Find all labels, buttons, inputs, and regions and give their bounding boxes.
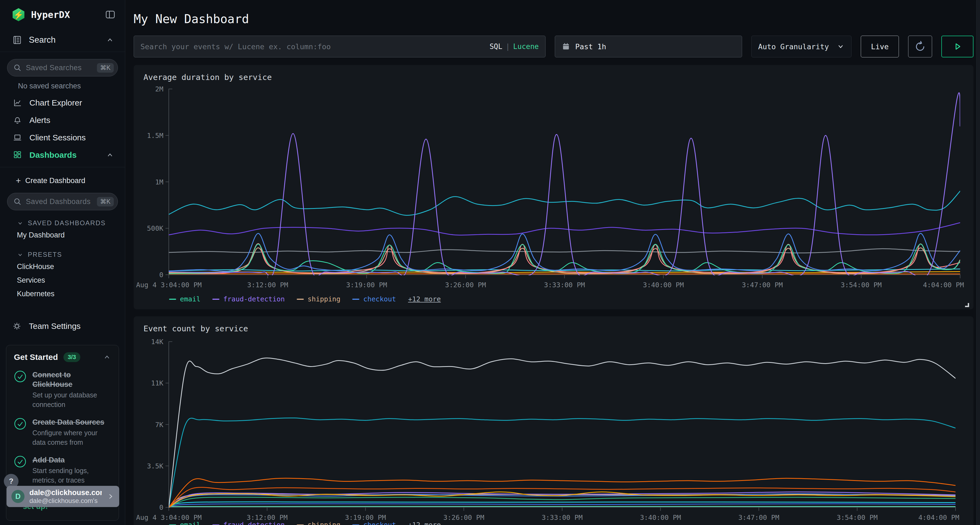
step-title: Add Data: [32, 455, 111, 465]
svg-text:3:26:00 PM: 3:26:00 PM: [443, 514, 484, 522]
lucene-mode-toggle[interactable]: Lucene: [513, 43, 539, 51]
sidebar-item-services[interactable]: Services: [0, 273, 125, 287]
sidebar-section-search[interactable]: Search: [0, 28, 125, 52]
legend-swatch-icon: [297, 299, 304, 300]
legend-item[interactable]: email: [169, 295, 200, 303]
get-started-step[interactable]: Add Data Start sending logs, metrics, or…: [14, 455, 111, 485]
legend-item[interactable]: checkout: [352, 521, 396, 525]
svg-text:3:12:00 PM: 3:12:00 PM: [247, 514, 288, 522]
chevron-up-icon: [106, 36, 114, 44]
event-search-placeholder: Search your events w/ Lucene ex. column:…: [140, 43, 485, 51]
sidebar-item-clickhouse[interactable]: ClickHouse: [0, 260, 125, 273]
sidebar-item-kubernetes[interactable]: Kubernetes: [0, 287, 125, 301]
svg-text:3:19:00 PM: 3:19:00 PM: [345, 514, 386, 522]
mode-divider: |: [502, 43, 513, 51]
time-range-value: Past 1h: [575, 43, 606, 51]
legend-item[interactable]: email: [169, 521, 200, 525]
svg-text:11K: 11K: [151, 379, 163, 387]
step-title: Create Data Sources: [32, 417, 111, 427]
search-section-label: Search: [29, 35, 99, 45]
get-started-progress-badge: 3/3: [64, 352, 81, 362]
dashboards-icon: [13, 150, 22, 160]
chart-panel-event-count[interactable]: 14K11K7K3.5K0Aug 4 3:04:00 PM3:12:00 PM3…: [134, 316, 974, 525]
svg-text:Aug 4 3:04:00 PM: Aug 4 3:04:00 PM: [136, 514, 202, 522]
sidebar-item-my-dashboard[interactable]: My Dashboard: [0, 228, 125, 242]
svg-text:3:54:00 PM: 3:54:00 PM: [837, 514, 878, 522]
granularity-value: Auto Granularity: [758, 43, 837, 51]
step-desc: Start sending logs, metrics, or traces: [32, 466, 111, 485]
chart-legend[interactable]: emailfraud-detectionshippingcheckout+12 …: [169, 295, 441, 303]
chart-panel-avg-duration[interactable]: 2M1.5M1M500K0Aug 4 3:04:00 PM3:12:00 PM3…: [134, 65, 974, 309]
user-menu[interactable]: D dale@clickhouse.com dale@clickhouse.co…: [6, 486, 119, 507]
play-icon: [952, 41, 963, 52]
resize-handle-icon[interactable]: [965, 303, 969, 307]
sql-mode-toggle[interactable]: SQL: [490, 43, 502, 51]
svg-text:3:26:00 PM: 3:26:00 PM: [445, 281, 486, 289]
step-title: Connect to ClickHouse: [32, 370, 111, 389]
gear-icon: [12, 321, 22, 331]
svg-text:3:40:00 PM: 3:40:00 PM: [643, 281, 684, 289]
sidebar-item-client-sessions[interactable]: Client Sessions: [0, 129, 125, 146]
legend-label: checkout: [363, 521, 396, 525]
get-started-step[interactable]: Connect to ClickHouse Set up your databa…: [14, 370, 111, 409]
brand-name: HyperDX: [31, 9, 99, 20]
saved-searches-input[interactable]: Saved Searches ⌘K: [7, 59, 118, 76]
hyperdx-logo-icon: ⚡: [12, 8, 25, 21]
laptop-icon: [13, 133, 22, 143]
group-saved-dashboards[interactable]: SAVED DASHBOARDS: [0, 218, 125, 228]
chevron-right-icon: [107, 493, 115, 500]
chart-canvas-avg-duration: 2M1.5M1M500K0Aug 4 3:04:00 PM3:12:00 PM3…: [134, 65, 974, 292]
create-dashboard-button[interactable]: + Create Dashboard: [0, 173, 125, 189]
sidebar-item-label: Dashboards: [29, 151, 99, 160]
step-desc: Set up your database connection: [32, 390, 111, 409]
legend-more-link[interactable]: +12 more: [408, 521, 441, 525]
bell-icon: [13, 115, 22, 125]
run-query-button[interactable]: [941, 36, 974, 57]
chevron-down-icon: [17, 220, 24, 226]
svg-text:3:47:00 PM: 3:47:00 PM: [738, 514, 780, 522]
svg-text:3:54:00 PM: 3:54:00 PM: [841, 281, 882, 289]
legend-swatch-icon: [352, 299, 360, 300]
sidebar-item-alerts[interactable]: Alerts: [0, 111, 125, 129]
collapse-sidebar-icon[interactable]: [105, 9, 116, 20]
legend-label: email: [180, 521, 200, 525]
search-icon: [13, 63, 22, 72]
svg-text:14K: 14K: [151, 338, 163, 346]
svg-text:3:19:00 PM: 3:19:00 PM: [346, 281, 387, 289]
sidebar-item-chart-explorer[interactable]: Chart Explorer: [0, 94, 125, 111]
saved-dashboards-input[interactable]: Saved Dashboards ⌘K: [7, 193, 118, 210]
avatar: D: [11, 490, 24, 503]
sidebar-item-dashboards[interactable]: Dashboards: [0, 146, 125, 164]
vertical-scrollbar[interactable]: [976, 0, 980, 525]
get-started-step[interactable]: Create Data Sources Configure where your…: [14, 417, 111, 447]
group-presets[interactable]: PRESETS: [0, 249, 125, 260]
calendar-icon: [562, 42, 570, 51]
legend-item[interactable]: fraud-detection: [212, 521, 285, 525]
legend-swatch-icon: [212, 299, 220, 300]
chart-legend[interactable]: emailfraud-detectionshippingcheckout+12 …: [169, 521, 441, 525]
svg-text:0: 0: [159, 503, 163, 511]
divider: [0, 52, 125, 52]
saved-searches-placeholder: Saved Searches: [26, 63, 92, 72]
legend-more-link[interactable]: +12 more: [408, 295, 441, 303]
plus-icon: +: [16, 176, 21, 185]
preset-link-label: ClickHouse: [17, 262, 54, 271]
legend-item[interactable]: fraud-detection: [212, 295, 285, 303]
live-button[interactable]: Live: [861, 36, 899, 57]
svg-text:3:33:00 PM: 3:33:00 PM: [544, 281, 585, 289]
group-label: SAVED DASHBOARDS: [28, 219, 106, 227]
chevron-down-icon: [837, 43, 845, 51]
legend-item[interactable]: checkout: [352, 295, 396, 303]
legend-item[interactable]: shipping: [297, 295, 340, 303]
refresh-button[interactable]: [908, 36, 932, 57]
sidebar: ⚡ HyperDX Search Saved Searches ⌘K No sa…: [0, 0, 125, 525]
granularity-select[interactable]: Auto Granularity: [751, 36, 851, 57]
legend-item[interactable]: shipping: [297, 521, 340, 525]
chevron-up-icon[interactable]: [103, 353, 111, 361]
time-range-picker[interactable]: Past 1h: [555, 36, 742, 57]
event-search-input[interactable]: Search your events w/ Lucene ex. column:…: [134, 36, 546, 57]
sidebar-item-team-settings[interactable]: Team Settings: [0, 317, 125, 335]
svg-text:2M: 2M: [155, 85, 163, 93]
step-desc: Configure where your data comes from: [32, 428, 111, 447]
search-section-icon: [12, 35, 22, 45]
